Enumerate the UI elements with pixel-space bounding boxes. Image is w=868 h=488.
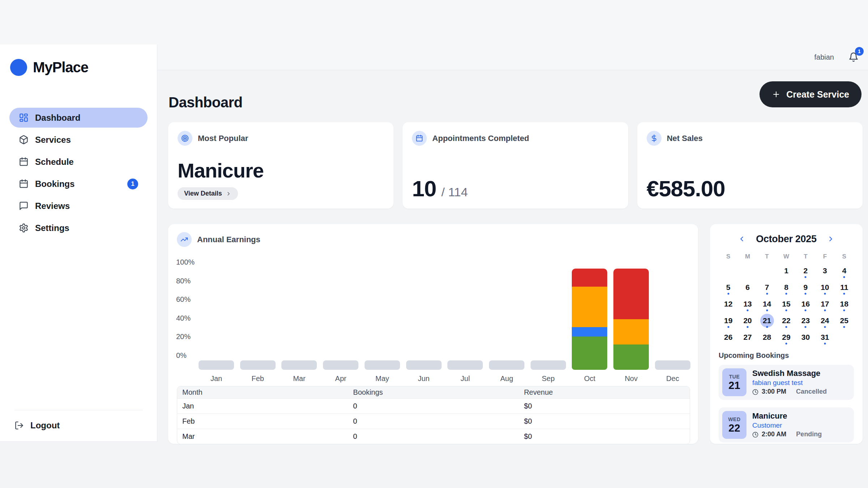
sidebar-item-schedule[interactable]: Schedule [9,152,148,172]
sidebar-item-reviews[interactable]: Reviews [9,196,148,216]
calendar-day[interactable]: 26 [719,329,738,346]
sidebar-item-settings[interactable]: Settings [9,218,148,238]
calendar-day[interactable]: 6 [738,279,757,296]
bar-segment-green [613,344,649,370]
calendar-day[interactable]: 11 [835,279,854,296]
calendar-day[interactable]: 23 [796,312,815,329]
calendar-day[interactable]: 1 [776,262,796,279]
calendar-weekday-label: T [796,253,815,261]
calendar-card: October 2025 SMTWTFS 1234567891011121314… [710,224,863,444]
booking-status: Cancelled [796,388,827,395]
calendar-empty-cell [757,262,776,279]
sidebar: MyPlace DashboardServicesScheduleBooking… [0,44,157,442]
bar-aug [489,360,524,370]
calendar-day-number: 6 [741,281,754,294]
booking-time: 3:00 PM [762,388,786,395]
calendar-day-number: 17 [818,297,832,311]
calendar-day[interactable]: 28 [757,329,776,346]
booking-time: 2:00 AM [762,431,786,438]
card-title-row: Most Popular [178,131,384,146]
calendar-day[interactable]: 15 [776,296,796,312]
sidebar-item-label: Schedule [35,157,74,167]
calendar-next-button[interactable] [827,235,835,243]
bar-segment-orange [572,287,607,327]
notifications-button[interactable]: 1 [848,52,859,62]
booking-dot [766,309,768,311]
booking-day: 21 [728,380,740,391]
card-title: Appointments Completed [432,134,529,143]
x-axis-label: May [365,374,400,383]
card-title-row: Annual Earnings [177,232,260,247]
bar-may [365,360,400,370]
calendar-day[interactable]: 3 [815,262,834,279]
top-header: fabian 1 [157,44,868,70]
calendar-day[interactable]: 17 [815,296,834,312]
booking-item[interactable]: WED22ManicureCustomer2:00 AMPending [719,407,854,442]
calendar-day[interactable]: 24 [815,312,834,329]
bar-oct [572,269,607,370]
y-axis-label: 0% [176,351,187,360]
booking-meta: 2:00 AMPending [752,431,822,438]
booking-item[interactable]: TUE21Swedish Massagefabian guest test3:0… [719,365,854,400]
calendar-prev-button[interactable] [738,235,746,243]
booking-date-box: TUE21 [722,368,746,396]
logout-button[interactable]: Logout [0,410,157,433]
x-axis-label: Nov [613,374,649,383]
brand: MyPlace [0,44,157,83]
table-cell: 0 [348,399,519,414]
calendar-day[interactable]: 20 [738,312,757,329]
bar-jan [199,360,234,370]
calendar-day-number: 15 [779,297,793,311]
view-details-label: View Details [184,190,222,197]
bar-dec [655,360,690,370]
calendar-day[interactable]: 31 [815,329,834,346]
sidebar-item-services[interactable]: Services [9,130,148,150]
calendar-day[interactable]: 10 [815,279,834,296]
calendar-day[interactable]: 8 [776,279,796,296]
calendar-day[interactable]: 16 [796,296,815,312]
calendar-day[interactable]: 19 [719,312,738,329]
calendar-day[interactable]: 13 [738,296,757,312]
upcoming-bookings-list: TUE21Swedish Massagefabian guest test3:0… [719,365,854,442]
calendar-day[interactable]: 30 [796,329,815,346]
calendar-day-number: 20 [741,314,754,328]
calendar-day[interactable]: 29 [776,329,796,346]
booking-meta: 3:00 PMCancelled [752,388,827,395]
table-cell: $0 [519,399,690,414]
booking-dot [785,326,787,328]
calendar-day-number: 21 [760,314,774,328]
chat-icon [19,201,29,211]
calendar-day[interactable]: 22 [776,312,796,329]
sidebar-item-label: Reviews [35,201,70,211]
calendar-day[interactable]: 5 [719,279,738,296]
calendar-day[interactable]: 7 [757,279,776,296]
table-cell: Feb [177,414,348,429]
calendar-day[interactable]: 14 [757,296,776,312]
create-service-label: Create Service [786,89,849,100]
booking-weekday: WED [728,416,740,422]
calendar-weekday-label: S [835,253,854,261]
chart-x-axis: JanFebMarAprMayJunJulAugSepOctNovDec [199,374,690,383]
calendar-day[interactable]: 2 [796,262,815,279]
annual-earnings-card: Annual Earnings 100%80%60%40%20%0% JanFe… [168,224,698,444]
sidebar-item-bookings[interactable]: Bookings1 [9,174,148,194]
calendar-day[interactable]: 18 [835,296,854,312]
calendar-day[interactable]: 12 [719,296,738,312]
view-details-button[interactable]: View Details [178,187,238,200]
create-service-button[interactable]: Create Service [760,81,861,107]
sidebar-item-label: Services [35,135,71,145]
calendar-day[interactable]: 27 [738,329,757,346]
x-axis-label: Feb [240,374,276,383]
bar-segment-red [613,269,649,319]
calendar-day[interactable]: 21 [757,312,776,329]
booking-customer-link[interactable]: fabian guest test [752,379,827,387]
calendar-day[interactable]: 4 [835,262,854,279]
calendar-day[interactable]: 9 [796,279,815,296]
calendar-day[interactable]: 25 [835,312,854,329]
booking-customer-link[interactable]: Customer [752,422,822,429]
booking-dot [824,343,826,344]
sidebar-item-dashboard[interactable]: Dashboard [9,108,148,128]
table-cell: $0 [519,429,690,444]
calendar-day-number: 30 [799,330,812,344]
notification-badge: 1 [855,47,864,56]
